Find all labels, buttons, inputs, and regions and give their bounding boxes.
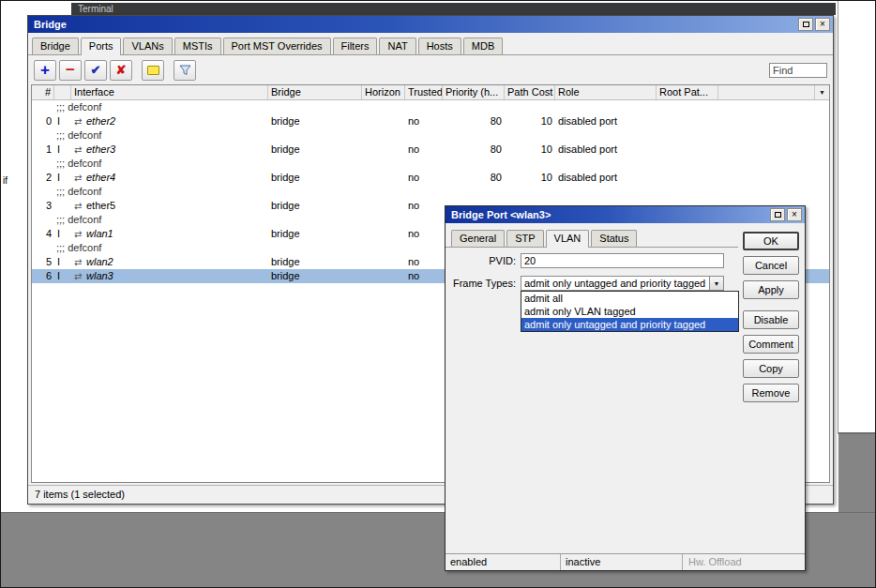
- tab-general[interactable]: General: [451, 230, 505, 247]
- dialog-close-button[interactable]: ×: [787, 208, 802, 221]
- cell-interface: ⇄ether4: [71, 171, 268, 185]
- cell-interface: ⇄wlan3: [71, 269, 268, 283]
- col-number[interactable]: #: [32, 85, 54, 99]
- table-row-ether4[interactable]: 2 I ⇄ether4 bridge no 80 10 disabled por…: [32, 171, 829, 185]
- dialog-titlebar[interactable]: Bridge Port <wlan3> ×: [446, 206, 805, 223]
- maximize-icon: [803, 22, 809, 27]
- cell-number: 5: [32, 255, 54, 269]
- tab-stp[interactable]: STP: [506, 230, 543, 247]
- col-trusted[interactable]: Trusted: [405, 85, 443, 99]
- tab-filters[interactable]: Filters: [333, 38, 378, 54]
- comment-button[interactable]: [142, 60, 164, 81]
- apply-button[interactable]: Apply: [743, 280, 799, 299]
- cell-bridge: bridge: [268, 199, 362, 213]
- cell-path-cost: 10: [505, 114, 555, 128]
- comment-row[interactable]: ;;; defconf: [32, 100, 829, 114]
- cell-trusted: no: [405, 255, 443, 269]
- disable-button[interactable]: Disable: [743, 310, 799, 329]
- bridge-port-dialog: Bridge Port <wlan3> × General STP VLAN S…: [445, 205, 806, 571]
- cell-number: 0: [32, 114, 54, 128]
- col-path-cost[interactable]: Path Cost: [505, 85, 555, 99]
- dialog-maximize-button[interactable]: [770, 208, 785, 221]
- cell-bridge: bridge: [268, 255, 362, 269]
- cell-trusted: no: [405, 227, 443, 241]
- comment-row[interactable]: ;;; defconf: [32, 157, 829, 171]
- table-row-ether2[interactable]: 0 I ⇄ether2 bridge no 80 10 disabled por…: [32, 114, 829, 128]
- background-window-edge: [838, 1, 838, 434]
- cell-horizon: [362, 143, 405, 157]
- cell-flags: I: [54, 143, 71, 157]
- col-role[interactable]: Role: [555, 85, 657, 99]
- cell-flags: [54, 199, 71, 213]
- cell-number: 4: [32, 227, 54, 241]
- cell-path-cost: 10: [505, 171, 555, 185]
- cell-bridge: bridge: [268, 171, 362, 185]
- background-window-titlebar[interactable]: Terminal: [71, 3, 836, 15]
- dialog-tabs: General STP VLAN Status: [446, 223, 738, 248]
- cell-trusted: no: [405, 114, 443, 128]
- comment-row[interactable]: ;;; defconf: [32, 128, 829, 143]
- plus-icon: +: [40, 62, 50, 78]
- port-icon: ⇄: [74, 114, 86, 128]
- disable-button[interactable]: ✘: [110, 60, 132, 81]
- enable-button[interactable]: ✔: [84, 60, 107, 81]
- cell-horizon: [362, 114, 405, 128]
- tab-status[interactable]: Status: [591, 230, 637, 247]
- comment-icon: [147, 66, 159, 75]
- dropdown-option-admit-untagged-priority[interactable]: admit only untagged and priority tagged: [521, 318, 738, 331]
- tab-port-mst-overrides[interactable]: Port MST Overrides: [223, 38, 331, 54]
- port-icon: ⇄: [74, 255, 86, 269]
- filter-button[interactable]: [174, 60, 196, 81]
- cancel-button[interactable]: Cancel: [743, 256, 799, 275]
- frame-types-combobox[interactable]: admit only untagged and priority tagged …: [521, 276, 724, 291]
- tab-hosts[interactable]: Hosts: [418, 38, 461, 54]
- find-input[interactable]: [769, 63, 827, 78]
- dropdown-option-admit-vlan-tagged[interactable]: admit only VLAN tagged: [521, 305, 738, 318]
- tab-vlan[interactable]: VLAN: [546, 230, 590, 248]
- cell-root-path: [657, 114, 718, 128]
- cell-flags: I: [54, 114, 71, 128]
- col-horizon[interactable]: Horizon: [362, 85, 405, 99]
- comment-row[interactable]: ;;; defconf: [32, 185, 829, 199]
- tab-vlans[interactable]: VLANs: [123, 38, 172, 54]
- bridge-window-titlebar[interactable]: Bridge ×: [28, 16, 833, 33]
- port-icon: ⇄: [74, 227, 86, 241]
- pvid-input[interactable]: [521, 253, 724, 268]
- cell-trusted: no: [405, 171, 443, 185]
- column-selector-button[interactable]: ▼: [814, 85, 829, 99]
- funnel-icon: [179, 65, 191, 76]
- maximize-button[interactable]: [798, 18, 813, 31]
- comment-button[interactable]: Comment: [743, 335, 799, 354]
- col-root-path[interactable]: Root Pat...: [657, 85, 718, 99]
- dropdown-option-admit-all[interactable]: admit all: [521, 292, 738, 305]
- col-priority[interactable]: Priority (h...: [443, 85, 505, 99]
- col-interface[interactable]: Interface: [71, 85, 268, 99]
- tab-mdb[interactable]: MDB: [463, 38, 503, 54]
- close-button[interactable]: ×: [815, 18, 830, 31]
- cell-path-cost: 10: [505, 143, 555, 157]
- cell-priority: 80: [443, 114, 505, 128]
- table-row-ether3[interactable]: 1 I ⇄ether3 bridge no 80 10 disabled por…: [32, 143, 829, 157]
- col-bridge[interactable]: Bridge: [268, 85, 362, 99]
- frame-types-dropdown-list: admit all admit only VLAN tagged admit o…: [521, 291, 739, 332]
- bridge-window-tabs: Bridge Ports VLANs MSTIs Port MST Overri…: [28, 33, 833, 55]
- cell-trusted: no: [405, 269, 443, 283]
- add-button[interactable]: +: [34, 60, 56, 81]
- col-flags[interactable]: [54, 85, 71, 99]
- dialog-statusbar: enabled inactive Hw. Offload: [446, 553, 805, 570]
- remove-button[interactable]: −: [59, 60, 82, 81]
- cell-role: disabled port: [555, 114, 657, 128]
- remove-button[interactable]: Remove: [743, 384, 799, 402]
- tab-mstis[interactable]: MSTIs: [174, 38, 221, 54]
- tab-bridge[interactable]: Bridge: [32, 38, 79, 54]
- cell-number: 1: [32, 143, 54, 157]
- background-window-title: Terminal: [78, 4, 113, 14]
- tab-nat[interactable]: NAT: [379, 38, 415, 54]
- status-enabled: enabled: [446, 554, 561, 570]
- copy-button[interactable]: Copy: [743, 359, 799, 378]
- tab-ports[interactable]: Ports: [81, 38, 122, 55]
- combo-dropdown-button[interactable]: ▼: [709, 277, 723, 290]
- cell-flags: I: [54, 227, 71, 241]
- cell-number: 2: [32, 171, 54, 185]
- ok-button[interactable]: OK: [743, 232, 799, 250]
